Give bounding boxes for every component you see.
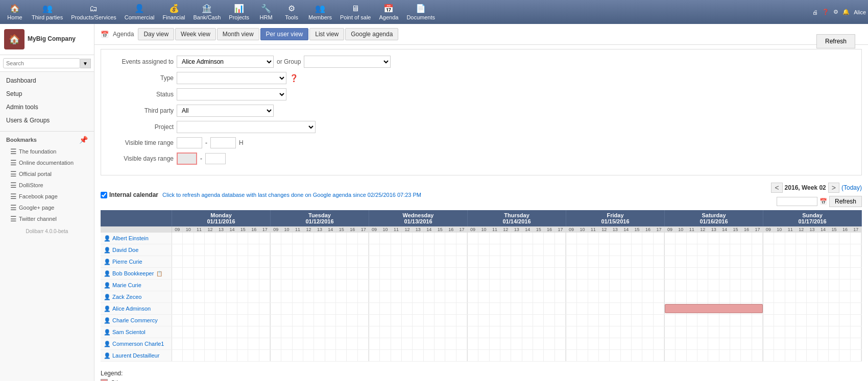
- calendar-day-cell[interactable]: [763, 244, 862, 256]
- bookmark-official-portal[interactable]: ☰ Official portal: [0, 168, 94, 180]
- calendar-day-cell[interactable]: [271, 280, 369, 291]
- filter-project-select[interactable]: [177, 121, 316, 133]
- calendar-day-cell[interactable]: [172, 268, 271, 279]
- nav-agenda[interactable]: 📅 Agenda: [375, 0, 402, 24]
- tab-list-view[interactable]: List view: [309, 28, 344, 40]
- nav-third-parties[interactable]: 👥 Third parties: [28, 0, 67, 24]
- internal-calendar-checkbox[interactable]: [101, 192, 107, 198]
- calendar-day-cell[interactable]: [172, 291, 271, 302]
- tab-day-view[interactable]: Day view: [138, 28, 174, 40]
- calendar-day-cell[interactable]: [271, 338, 369, 349]
- calendar-day-cell[interactable]: [665, 268, 763, 279]
- calendar-day-cell[interactable]: [763, 268, 862, 279]
- nav-documents[interactable]: 📄 Documents: [402, 0, 439, 24]
- calendar-day-cell[interactable]: [172, 233, 271, 244]
- calendar-day-cell[interactable]: [369, 338, 468, 349]
- filter-days-from[interactable]: 1: [177, 153, 197, 165]
- calendar-day-cell[interactable]: [566, 244, 665, 256]
- calendar-day-cell[interactable]: [468, 326, 566, 338]
- sidebar-item-setup[interactable]: Setup: [0, 87, 94, 100]
- google-refresh-notice[interactable]: Click to refresh agenda database with la…: [162, 192, 771, 198]
- calendar-day-cell[interactable]: [271, 256, 369, 267]
- nav-point-of-sale[interactable]: 🖥 Point of sale: [336, 0, 375, 24]
- nav-hrm[interactable]: 🔧 HRM: [253, 0, 279, 24]
- calendar-day-cell[interactable]: [665, 315, 763, 326]
- bookmarks-add-icon[interactable]: 📌: [79, 136, 88, 144]
- calendar-day-cell[interactable]: [763, 291, 862, 302]
- calendar-day-cell[interactable]: [566, 315, 665, 326]
- calendar-day-cell[interactable]: [271, 315, 369, 326]
- calendar-day-cell[interactable]: [763, 350, 862, 361]
- calendar-day-cell[interactable]: [665, 280, 763, 291]
- calendar-day-cell[interactable]: [566, 291, 665, 302]
- nav-commercial[interactable]: 👤 Commercial: [120, 0, 159, 24]
- calendar-day-cell[interactable]: [468, 291, 566, 302]
- person-name-cell[interactable]: 👤Laurent Destailleur: [101, 350, 172, 361]
- calendar-day-cell[interactable]: [468, 315, 566, 326]
- person-name-cell[interactable]: 👤Bob Bookkeeper📋: [101, 268, 172, 279]
- nav-home[interactable]: 🏠 Home: [2, 0, 28, 24]
- person-name-cell[interactable]: 👤Zack Zeceo: [101, 291, 172, 302]
- calendar-day-cell[interactable]: [172, 244, 271, 256]
- calendar-day-cell[interactable]: [566, 233, 665, 244]
- search-input[interactable]: [3, 58, 80, 68]
- calendar-day-cell[interactable]: [763, 338, 862, 349]
- calendar-day-cell[interactable]: [369, 315, 468, 326]
- calendar-day-cell[interactable]: [763, 256, 862, 267]
- calendar-day-cell[interactable]: [468, 256, 566, 267]
- calendar-day-cell[interactable]: [172, 338, 271, 349]
- today-link[interactable]: (Today): [841, 184, 862, 191]
- filter-third-party-select[interactable]: All: [177, 105, 274, 117]
- person-name-cell[interactable]: 👤Albert Einstein: [101, 233, 172, 244]
- date-input[interactable]: 01/16/2016: [777, 197, 817, 206]
- tab-month-view[interactable]: Month view: [217, 28, 259, 40]
- calendar-day-cell[interactable]: [665, 291, 763, 302]
- calendar-day-cell[interactable]: [566, 303, 665, 314]
- calendar-day-cell[interactable]: [763, 233, 862, 244]
- nav-tools[interactable]: ⚙ Tools: [279, 0, 304, 24]
- calendar-next-btn[interactable]: >: [828, 183, 839, 193]
- calendar-day-cell[interactable]: [271, 268, 369, 279]
- calendar-event-block[interactable]: [665, 304, 763, 313]
- nav-products-services[interactable]: 🗂 Products/Services: [67, 0, 120, 24]
- calendar-day-cell[interactable]: [271, 233, 369, 244]
- calendar-day-cell[interactable]: [369, 244, 468, 256]
- bookmark-online-docs[interactable]: ☰ Online documentation: [0, 157, 94, 168]
- calendar-day-cell[interactable]: [468, 233, 566, 244]
- calendar-icon-small[interactable]: 📅: [819, 198, 827, 205]
- calendar-day-cell[interactable]: [271, 291, 369, 302]
- calendar-day-cell[interactable]: [468, 338, 566, 349]
- calendar-day-cell[interactable]: [172, 256, 271, 267]
- calendar-day-cell[interactable]: [271, 244, 369, 256]
- calendar-day-cell[interactable]: [271, 303, 369, 314]
- calendar-day-cell[interactable]: [172, 303, 271, 314]
- nav-financial[interactable]: 💰 Financial: [158, 0, 189, 24]
- calendar-day-cell[interactable]: [566, 350, 665, 361]
- calendar-day-cell[interactable]: [468, 244, 566, 256]
- filter-help-icon[interactable]: ❓: [290, 74, 298, 82]
- calendar-day-cell[interactable]: [172, 315, 271, 326]
- nav-bank-cash[interactable]: 🏦 Bank/Cash: [189, 0, 225, 24]
- filter-refresh-button[interactable]: Refresh: [816, 34, 855, 48]
- calendar-day-cell[interactable]: [468, 350, 566, 361]
- filter-type-select[interactable]: [177, 72, 286, 84]
- bookmark-foundation[interactable]: ☰ The foundation: [0, 146, 94, 157]
- calendar-day-cell[interactable]: [369, 280, 468, 291]
- calendar-day-cell[interactable]: [369, 350, 468, 361]
- person-name-cell[interactable]: 👤David Doe: [101, 244, 172, 256]
- person-name-cell[interactable]: 👤Commerson Charle1: [101, 338, 172, 349]
- calendar-day-cell[interactable]: [468, 303, 566, 314]
- tab-per-user-view[interactable]: Per user view: [260, 28, 309, 40]
- calendar-day-cell[interactable]: [172, 326, 271, 338]
- calendar-day-cell[interactable]: [566, 326, 665, 338]
- search-dropdown-btn[interactable]: ▼: [80, 59, 91, 68]
- calendar-day-cell[interactable]: [468, 268, 566, 279]
- person-name-cell[interactable]: 👤Sam Scientol: [101, 326, 172, 338]
- bookmark-dollistore[interactable]: ☰ DolliStore: [0, 180, 94, 191]
- nav-projects[interactable]: 📊 Projects: [225, 0, 253, 24]
- calendar-day-cell[interactable]: [665, 256, 763, 267]
- filter-days-to[interactable]: 7: [205, 153, 226, 164]
- help-icon[interactable]: ❓: [822, 9, 829, 15]
- calendar-day-cell[interactable]: [665, 244, 763, 256]
- calendar-day-cell[interactable]: [369, 256, 468, 267]
